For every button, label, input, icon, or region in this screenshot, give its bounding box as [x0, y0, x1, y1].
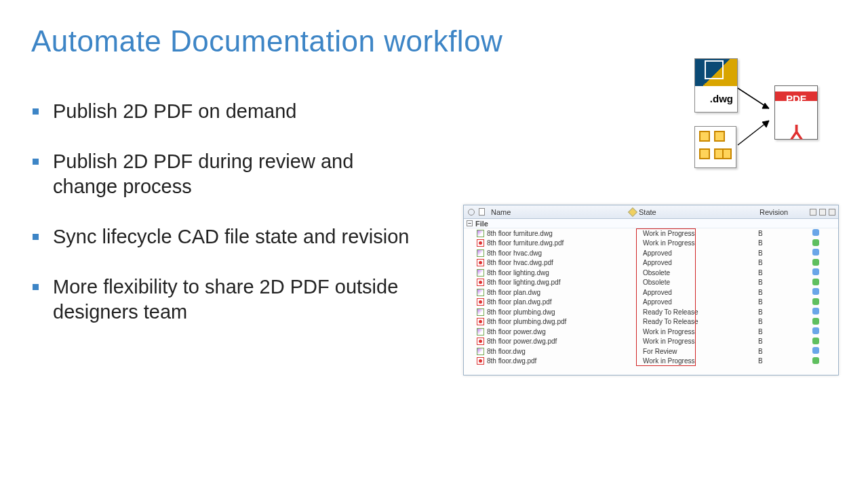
file-row[interactable]: 8th floor hvac.dwgApprovedB [464, 248, 838, 258]
file-name: 8th floor lighting.dwg.pdf [487, 279, 623, 286]
file-name: 8th floor lighting.dwg [487, 269, 623, 277]
status-dot [812, 239, 819, 246]
status-dot [812, 229, 819, 236]
file-row[interactable]: 8th floor.dwgFor ReviewB [464, 346, 838, 357]
pdf-icon [477, 357, 484, 365]
dwg-icon [477, 269, 484, 277]
file-row[interactable]: 8th floor plumbing.dwg.pdfReady To Relea… [464, 317, 838, 327]
file-name: 8th floor plumbing.dwg [487, 308, 623, 316]
file-revision: B [755, 259, 812, 266]
file-state: Obsolete [643, 279, 755, 286]
pdf-icon [477, 279, 484, 286]
file-revision: B [755, 249, 812, 257]
panel-header: Name State Revision [464, 205, 838, 219]
file-name: 8th floor power.dwg [487, 328, 623, 336]
file-revision: B [755, 328, 812, 336]
status-dot [812, 318, 819, 325]
file-row[interactable]: 8th floor power.dwgWork in ProgressB [464, 327, 838, 337]
file-revision: B [755, 269, 812, 277]
status-dot [812, 327, 819, 334]
dwg-icon [477, 328, 484, 336]
panel-header-right-icons [810, 209, 835, 216]
file-row[interactable]: 8th floor lighting.dwg.pdfObsoleteB [464, 278, 838, 288]
file-name: 8th floor.dwg.pdf [487, 357, 623, 365]
file-name: 8th floor hvac.dwg.pdf [487, 259, 623, 266]
column-name[interactable]: Name [491, 208, 511, 216]
status-dot [812, 308, 819, 314]
file-state: Work in Progress [643, 357, 755, 365]
file-revision: B [755, 289, 812, 296]
file-state: Work in Progress [643, 239, 755, 247]
file-row[interactable]: 8th floor plumbing.dwgReady To ReleaseB [464, 307, 838, 317]
file-revision: B [755, 318, 812, 325]
file-row[interactable]: 8th floor hvac.dwg.pdfApprovedB [464, 258, 838, 268]
collapse-icon[interactable]: – [467, 220, 473, 226]
file-revision: B [755, 308, 812, 316]
file-state: Approved [643, 289, 755, 296]
file-state: Obsolete [643, 269, 755, 277]
status-dot [812, 249, 819, 256]
bullet-item: Publish 2D PDF on demand [33, 99, 419, 125]
file-state: Ready To Release [643, 318, 755, 325]
checkbox-icon[interactable] [810, 209, 816, 216]
file-name: 8th floor.dwg [487, 348, 623, 355]
status-dot [812, 288, 819, 295]
file-name: 8th floor plumbing.dwg.pdf [487, 318, 623, 325]
svg-marker-3 [762, 121, 769, 127]
file-name: 8th floor furniture.dwg [487, 230, 623, 237]
pdf-icon [477, 298, 484, 306]
pdf-icon [477, 338, 484, 345]
grid-icon[interactable] [829, 209, 835, 216]
file-state: Approved [643, 249, 755, 257]
file-revision: B [755, 239, 812, 247]
acrobat-logo-icon: ⅄ [791, 121, 802, 144]
status-dot [812, 259, 819, 266]
file-revision: B [755, 348, 812, 355]
column-revision[interactable]: Revision [760, 208, 788, 216]
bullet-item: Publish 2D PDF during review and change … [33, 149, 419, 200]
file-revision: B [755, 338, 812, 345]
dwg-file-icon: .dwg [694, 58, 738, 113]
dwg-icon [477, 348, 484, 355]
file-row[interactable]: 8th floor plan.dwgApprovedB [464, 287, 838, 298]
status-dot [812, 347, 819, 354]
file-revision: B [755, 298, 812, 306]
file-row[interactable]: 8th floor.dwg.pdfWork in ProgressB [464, 357, 838, 367]
file-row[interactable]: 8th floor furniture.dwgWork in ProgressB [464, 228, 838, 239]
arrow-icon [736, 115, 776, 149]
status-dot [812, 298, 819, 305]
file-revision: B [755, 357, 812, 365]
file-row[interactable]: 8th floor lighting.dwgObsoleteB [464, 268, 838, 278]
dwg-icon [477, 230, 484, 237]
file-state: Work in Progress [643, 230, 755, 237]
slide-title: Automate Documentation workflow [31, 24, 502, 58]
file-name: 8th floor plan.dwg [487, 289, 623, 296]
column-state[interactable]: State [639, 208, 656, 216]
file-state: For Review [643, 348, 755, 355]
file-state: Approved [643, 298, 755, 306]
workflow-diagram: .dwg PDF ⅄ [694, 58, 830, 174]
file-revision: B [755, 279, 812, 286]
file-name: 8th floor plan.dwg.pdf [487, 298, 623, 306]
status-dot [812, 268, 819, 275]
circle-icon [468, 209, 475, 216]
file-name: 8th floor power.dwg.pdf [487, 338, 623, 345]
vault-file-panel: Name State Revision – File 8th floor fur… [463, 205, 839, 375]
file-row[interactable]: 8th floor power.dwg.pdfWork in ProgressB [464, 337, 838, 347]
file-name: 8th floor furniture.dwg.pdf [487, 239, 623, 247]
tag-icon [628, 207, 637, 216]
bullet-item: More flexibility to share 2D PDF outside… [33, 274, 419, 325]
file-state: Work in Progress [643, 328, 755, 336]
dwg-icon [477, 308, 484, 316]
file-name: 8th floor hvac.dwg [487, 249, 623, 257]
settings-icon[interactable] [819, 209, 826, 216]
dwg-icon [477, 289, 484, 296]
pdf-icon [477, 318, 484, 325]
category-file[interactable]: – File [464, 219, 838, 228]
svg-marker-1 [762, 103, 769, 108]
file-state: Approved [643, 259, 755, 266]
file-row[interactable]: 8th floor furniture.dwg.pdfWork in Progr… [464, 239, 838, 249]
dwg-icon [477, 249, 484, 257]
file-rows: 8th floor furniture.dwgWork in ProgressB… [464, 228, 838, 366]
file-row[interactable]: 8th floor plan.dwg.pdfApprovedB [464, 298, 838, 308]
